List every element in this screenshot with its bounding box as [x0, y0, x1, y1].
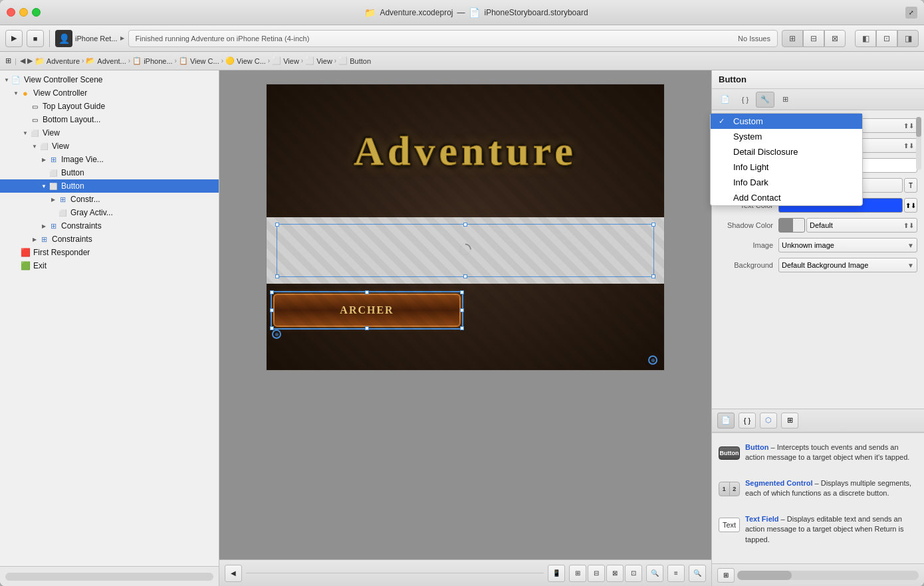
nav-triangle-scene[interactable]: [3, 76, 11, 84]
nav-triangle-img[interactable]: [40, 155, 48, 163]
nav-item-button1[interactable]: ⬜ Button: [0, 166, 219, 179]
canvas-container[interactable]: Adventure: [219, 70, 711, 559]
image-select[interactable]: Unknown image ▼: [778, 238, 917, 252]
nav-item-scene[interactable]: 📄 View Controller Scene: [0, 73, 219, 86]
bc-right-arrow[interactable]: ▶: [27, 56, 33, 65]
sub-tab-code[interactable]: { }: [739, 413, 756, 429]
resize-button[interactable]: ⤢: [905, 7, 917, 19]
dd-custom[interactable]: ✓ Custom: [711, 114, 862, 129]
nav-triangle-vc[interactable]: [12, 89, 20, 97]
dd-detail[interactable]: Detail Disclosure: [711, 144, 862, 159]
align-edge-btn[interactable]: ⊠: [606, 565, 624, 582]
nav-item-exit[interactable]: 🟩 Exit: [0, 259, 219, 272]
sub-tab-grid[interactable]: ⊞: [781, 413, 798, 429]
bc-viewc1[interactable]: 📋 View C...: [179, 56, 219, 65]
bc-viewc2[interactable]: 🟡 View C...: [225, 56, 266, 65]
shadow-color-arrow: ⬆⬇: [903, 222, 914, 229]
titlebar-right: ⤢: [905, 7, 917, 19]
nav-triangle-view-inner[interactable]: [31, 142, 39, 150]
bc-view2-label: View: [316, 57, 332, 65]
dd-system[interactable]: System: [711, 129, 862, 144]
nav-triangle-constr1[interactable]: [49, 195, 57, 203]
version-editor-btn[interactable]: ⊠: [824, 30, 846, 47]
nav-item-bottom-layout[interactable]: ▭ Bottom Layout...: [0, 113, 219, 126]
nav-item-first-resp[interactable]: 🟥 First Responder: [0, 246, 219, 259]
nav-item-imageview[interactable]: ⊞ Image Vie...: [0, 153, 219, 166]
inspector-bottom: ⊞: [712, 563, 924, 586]
bc-sep-1: ›: [82, 57, 84, 64]
nav-triangle-btn2[interactable]: [40, 182, 48, 190]
bc-folder-icon: 📁: [35, 56, 45, 66]
fit-btn[interactable]: ≡: [667, 565, 685, 582]
inspector-tab-attributes[interactable]: 🔧: [756, 92, 774, 108]
nav-item-button2[interactable]: ⬜ Button: [0, 179, 219, 193]
type-dropdown[interactable]: ✓ Custom System Detail Disclosure Info L…: [710, 113, 863, 206]
insp-bottom-thumb: [737, 571, 792, 580]
dd-info-dark[interactable]: Info Dark: [711, 175, 862, 190]
nav-triangle-view-outer[interactable]: [21, 129, 29, 137]
background-select[interactable]: Default Background Image ▼: [778, 258, 917, 272]
scheme-selector[interactable]: 👤 iPhone Ret... ▶: [55, 30, 124, 47]
insp-bottom-scroll[interactable]: [737, 571, 919, 580]
dd-add-contact[interactable]: Add Contact: [711, 190, 862, 205]
text-color-arrow[interactable]: ⬆⬇: [904, 198, 917, 213]
dd-infolight-label: Info Light: [733, 162, 769, 172]
nav-scroll[interactable]: [5, 573, 213, 581]
insp-bottom-icons[interactable]: ⊞: [717, 568, 735, 583]
debug-btn[interactable]: ⊡: [876, 30, 897, 47]
nav-item-top-layout[interactable]: ▭ Top Layout Guide: [0, 100, 219, 113]
run-button[interactable]: ▶: [5, 30, 23, 47]
canvas-back-btn[interactable]: ◀: [225, 565, 242, 582]
stop-button[interactable]: ■: [27, 30, 44, 47]
canvas-device-btn[interactable]: 📱: [548, 565, 565, 582]
sub-tab-file[interactable]: 📄: [717, 413, 735, 429]
inspector-tab-size[interactable]: ⊞: [776, 92, 794, 108]
inspector-scroll-thumb[interactable]: [916, 117, 921, 137]
nav-item-view-inner[interactable]: ⬜ View: [0, 140, 219, 153]
navigator-btn[interactable]: ◧: [855, 30, 876, 47]
nav-item-constraints-view[interactable]: ⊞ Constraints: [0, 233, 219, 246]
bc-adventure[interactable]: 📁 Adventure: [35, 56, 80, 66]
align-center-btn[interactable]: ⊟: [588, 565, 605, 582]
vc-icon: ●: [20, 88, 31, 98]
image-value: Unknown image: [782, 241, 834, 249]
zoom-out-btn[interactable]: 🔍: [646, 565, 663, 582]
bc-view2[interactable]: ⬜ View: [305, 56, 332, 65]
shadow-color-value: Default: [810, 221, 833, 229]
minimize-button[interactable]: [19, 8, 28, 17]
inspector-tab-file[interactable]: 📄: [716, 92, 735, 108]
align-left-btn[interactable]: ⊞: [569, 565, 586, 582]
nav-item-gray[interactable]: ⬜ Gray Activ...: [0, 206, 219, 219]
bc-advent[interactable]: 📂 Advent...: [86, 56, 126, 65]
assistant-editor-btn[interactable]: ⊟: [803, 30, 824, 47]
tf-icon: Text: [719, 518, 740, 532]
inspector-tab-quick[interactable]: { }: [736, 92, 754, 108]
nav-item-constraints-btn[interactable]: ⊞ Constraints: [0, 219, 219, 233]
sub-tab-blue[interactable]: ⬡: [760, 413, 777, 429]
nav-item-vc[interactable]: ● View Controller: [0, 86, 219, 100]
inspector-btn[interactable]: ◨: [897, 30, 919, 47]
zoom-in-btn[interactable]: 🔍: [689, 565, 706, 582]
shadow-color-well[interactable]: [778, 218, 805, 233]
file-title: iPhoneStoryboard.storyboard: [484, 8, 588, 17]
bc-button[interactable]: ⬜ Button: [338, 56, 371, 65]
breadcrumb-nav-back[interactable]: ⊞: [5, 56, 11, 65]
inspector-scrollbar[interactable]: [916, 117, 921, 170]
font-plus-btn[interactable]: T: [904, 178, 917, 193]
bc-iphone[interactable]: 📋 iPhone...: [132, 56, 172, 65]
fullscreen-button[interactable]: [32, 8, 41, 17]
bc-btn-icon: ⬜: [338, 56, 348, 65]
nav-triangle-c-view[interactable]: [31, 235, 39, 243]
bc-left-arrow[interactable]: ◀: [20, 56, 25, 65]
nav-item-view-outer[interactable]: ⬜ View: [0, 126, 219, 140]
nav-item-constr1[interactable]: ⊞ Constr...: [0, 193, 219, 206]
nav-triangle-c-btn[interactable]: [40, 222, 48, 230]
close-button[interactable]: [7, 8, 15, 17]
bc-button-label: Button: [350, 57, 371, 65]
editor-mode-group: ⊞ ⊟ ⊠: [782, 30, 846, 47]
dd-info-light[interactable]: Info Light: [711, 159, 862, 175]
distribute-btn[interactable]: ⊡: [625, 565, 642, 582]
shadow-color-select[interactable]: Default ⬆⬇: [806, 218, 917, 233]
standard-editor-btn[interactable]: ⊞: [782, 30, 803, 47]
bc-view1[interactable]: ⬜ View: [272, 56, 299, 65]
